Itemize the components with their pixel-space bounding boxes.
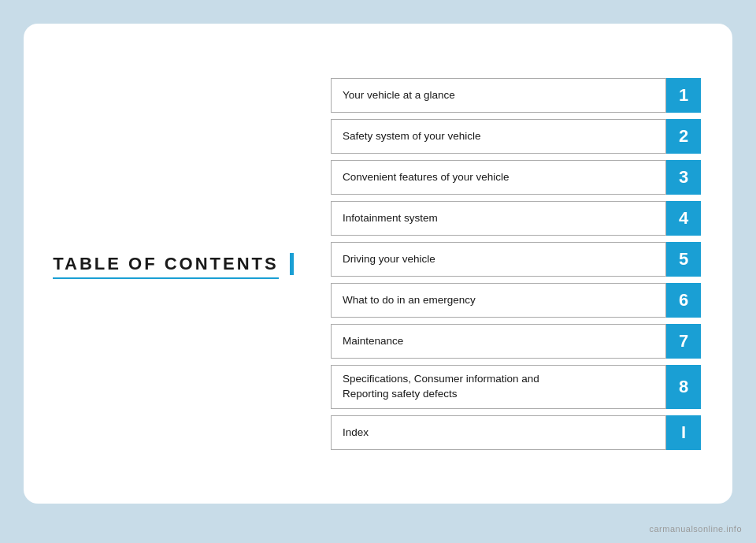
toc-item-label: Maintenance [331, 324, 666, 359]
toc-item-label: Specifications, Consumer information and… [331, 365, 666, 409]
toc-item-label: Safety system of your vehicle [331, 119, 666, 154]
title-underline [53, 277, 278, 279]
table-row[interactable]: Infotainment system4 [331, 201, 701, 236]
main-card: TABLE OF CONTENTS Your vehicle at a glan… [24, 24, 732, 504]
toc-item-label: Driving your vehicle [331, 242, 666, 277]
table-row[interactable]: Your vehicle at a glance1 [331, 78, 701, 113]
toc-list: Your vehicle at a glance1Safety system o… [323, 56, 732, 472]
toc-item-number: 6 [666, 283, 701, 318]
title-wrapper: TABLE OF CONTENTS [53, 254, 278, 274]
watermark: carmanualsonline.info [649, 524, 742, 534]
toc-item-number: I [666, 415, 701, 450]
title-accent-bar [290, 253, 294, 275]
toc-item-label: What to do in an emergency [331, 283, 666, 318]
toc-item-number: 3 [666, 160, 701, 195]
toc-item-label: Your vehicle at a glance [331, 78, 666, 113]
toc-item-label: Index [331, 415, 666, 450]
toc-item-number: 8 [666, 365, 701, 409]
toc-item-number: 5 [666, 242, 701, 277]
table-row[interactable]: Convenient features of your vehicle3 [331, 160, 701, 195]
title-block: TABLE OF CONTENTS [53, 253, 293, 275]
table-row[interactable]: Safety system of your vehicle2 [331, 119, 701, 154]
table-row[interactable]: IndexI [331, 415, 701, 450]
toc-item-number: 2 [666, 119, 701, 154]
table-row[interactable]: Maintenance7 [331, 324, 701, 359]
toc-item-label: Infotainment system [331, 201, 666, 236]
table-row[interactable]: What to do in an emergency6 [331, 283, 701, 318]
left-panel: TABLE OF CONTENTS [24, 24, 323, 504]
table-row[interactable]: Driving your vehicle5 [331, 242, 701, 277]
table-of-contents-title: TABLE OF CONTENTS [53, 254, 278, 273]
toc-item-number: 4 [666, 201, 701, 236]
toc-item-number: 7 [666, 324, 701, 359]
toc-item-number: 1 [666, 78, 701, 113]
toc-item-label: Convenient features of your vehicle [331, 160, 666, 195]
table-row[interactable]: Specifications, Consumer information and… [331, 365, 701, 409]
